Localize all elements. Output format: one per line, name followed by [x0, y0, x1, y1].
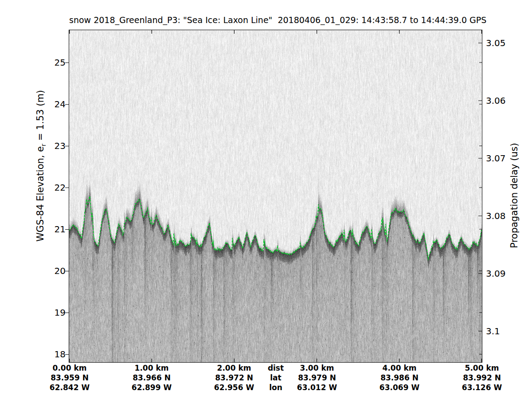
y-left-label-units: = 1.53 (m): [35, 90, 46, 144]
echogram-canvas: [69, 30, 482, 362]
y-left-tick-mark: [65, 146, 69, 146]
x-tick-dist-label: 0.00 km: [30, 363, 110, 373]
y-right-tick-label: 3.05: [486, 38, 521, 48]
y-left-tick-mark: [65, 63, 69, 63]
x-tick-lat-label: 83.966 N: [112, 373, 192, 383]
x-tick-lat-label: 83.992 N: [442, 373, 522, 383]
y-right-tick-label: 3.1: [486, 326, 521, 336]
x-tick-dist-label: 4.00 km: [360, 363, 439, 373]
x-tick-dist-label: 1.00 km: [112, 363, 192, 373]
x-tick-lon-label: 62.842 W: [30, 383, 110, 392]
y-left-tick-mark: [65, 271, 69, 271]
x-tick-lon-label: 63.126 W: [442, 383, 522, 392]
x-tick-lat-label: 83.986 N: [360, 373, 439, 383]
x-tick-column: 4.00 km83.986 N63.069 W: [360, 363, 439, 392]
y-left-tick-mark: [65, 188, 69, 188]
y-right-tick-label: 3.06: [486, 96, 521, 106]
x-tick-column: 1.00 km83.966 N62.899 W: [112, 363, 192, 392]
y-right-tick-label: 3.08: [486, 211, 521, 221]
x-tick-lon-label: 63.069 W: [360, 383, 439, 392]
y-right-tick-label: 3.07: [486, 153, 521, 163]
y-left-tick-label: 18: [26, 349, 66, 359]
y-left-tick-label: 19: [26, 308, 66, 317]
x-tick-column: 5.00 km83.992 N63.126 W: [442, 363, 522, 392]
x-axis-row-key: distlatlon: [236, 363, 316, 392]
y-left-tick-label: 24: [26, 99, 66, 109]
x-tick-dist-label: 5.00 km: [442, 363, 522, 373]
y-left-tick-label: 20: [26, 266, 66, 276]
y-left-tick-label: 25: [26, 58, 66, 67]
y-left-tick-mark: [65, 229, 69, 230]
y-left-tick-mark: [65, 313, 69, 313]
y-left-tick-label: 23: [26, 141, 66, 151]
y-left-tick-label: 22: [26, 183, 66, 192]
echogram-figure: snow 2018_Greenland_P3: "Sea Ice: Laxon …: [0, 0, 532, 399]
x-tick-lon-label: lon: [236, 383, 316, 392]
y-left-tick-mark: [65, 354, 69, 355]
x-tick-dist-label: dist: [236, 363, 316, 373]
y-left-tick-mark: [65, 104, 69, 105]
x-tick-lat-label: 83.959 N: [30, 373, 110, 383]
plot-title: snow 2018_Greenland_P3: "Sea Ice: Laxon …: [69, 15, 482, 25]
y-axis-label-left: WGS-84 Elevation, er = 1.53 (m): [35, 55, 46, 277]
x-tick-lon-label: 62.899 W: [112, 383, 192, 392]
y-right-tick-label: 3.09: [486, 269, 521, 278]
y-left-tick-label: 21: [26, 224, 66, 234]
x-tick-lat-label: lat: [236, 373, 316, 383]
x-tick-column: 0.00 km83.959 N62.842 W: [30, 363, 110, 392]
